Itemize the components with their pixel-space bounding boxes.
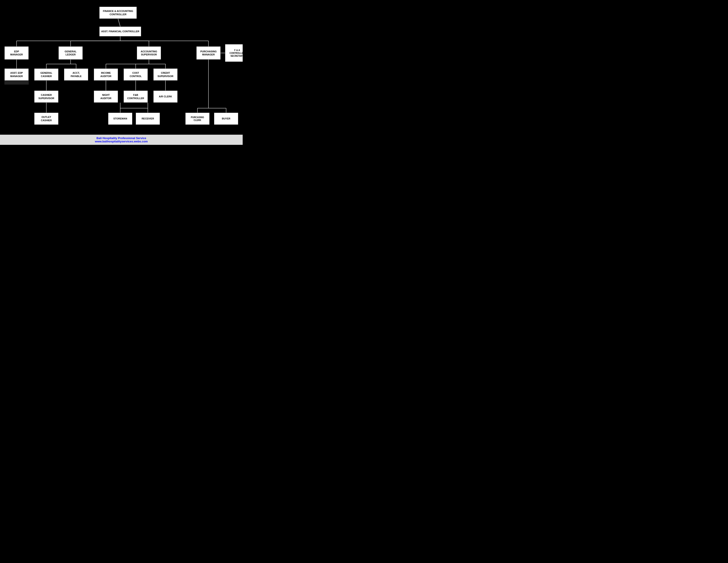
node-edp-manager: EDP MANAGER bbox=[4, 46, 29, 60]
node-storeman: STOREMAN bbox=[108, 113, 132, 125]
node-buyer: BUYER bbox=[214, 113, 238, 125]
node-asst-edp: ASST. EDP MANAGER bbox=[4, 68, 29, 81]
node-cost-control: COST CONTROL bbox=[124, 68, 148, 81]
node-purchasing-mgr: PURCHASING MANAGER bbox=[196, 46, 221, 60]
footer-title: Bali Hospitality Professional Service bbox=[2, 136, 241, 140]
node-income-auditor: INCOME AUDITOR bbox=[94, 68, 118, 81]
node-fa-secretary: F & A CONTROLLER SECRETARY bbox=[225, 44, 243, 62]
svg-line-0 bbox=[118, 19, 120, 26]
node-acct-payable: ACCT, PAYABLE bbox=[64, 68, 88, 81]
node-night-auditor: NIGHT AUDITOR bbox=[94, 90, 118, 103]
node-accounting-sup: ACCOUNTING SUPERVISOR bbox=[137, 46, 161, 60]
node-ar-clerk: A/R CLERK bbox=[153, 90, 178, 103]
node-receiver: RECEIVER bbox=[136, 113, 160, 125]
node-credit-sup: CREDIT SUPERVISOR bbox=[153, 68, 178, 81]
org-chart: FINANCE & ACCOUNTING CONTROLLER ASST. FI… bbox=[0, 0, 243, 158]
node-general-ledger: GENERAL LEDGER bbox=[58, 46, 83, 60]
node-outlet-cashier: OUTLET CASHIER bbox=[34, 113, 58, 125]
node-general-cashier: GENERAL CASHIER bbox=[34, 68, 58, 81]
node-asst-financial: ASST. FINANCIAL CONTROLLER bbox=[99, 26, 141, 36]
node-fb-controller: F&B CONTROLLER bbox=[124, 90, 148, 103]
footer-url[interactable]: www.balihospitalityservices.webs.com bbox=[2, 140, 241, 143]
node-purchasing-clerk: PURCASING CLERK bbox=[185, 113, 210, 125]
node-cashier-sup: CASHIER SUPERVISOR bbox=[34, 90, 58, 103]
black-bar bbox=[4, 81, 29, 85]
node-finance-controller: FINANCE & ACCOUNTING CONTROLLER bbox=[99, 7, 137, 19]
footer: Bali Hospitality Professional Service ww… bbox=[0, 135, 243, 145]
